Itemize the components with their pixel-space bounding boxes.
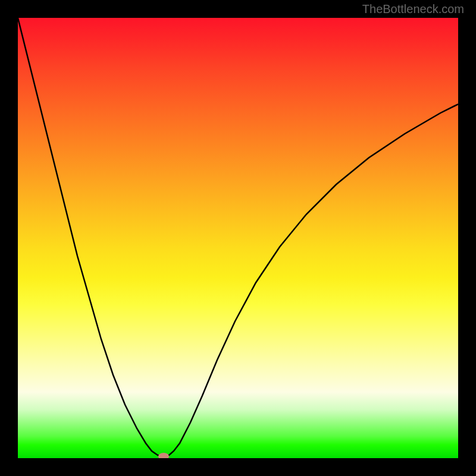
bottleneck-curve [18, 18, 458, 457]
chart-plot-area [18, 18, 458, 458]
optimal-point-marker [158, 453, 169, 458]
watermark-text: TheBottleneck.com [362, 2, 464, 16]
chart-curve-svg [18, 18, 458, 458]
